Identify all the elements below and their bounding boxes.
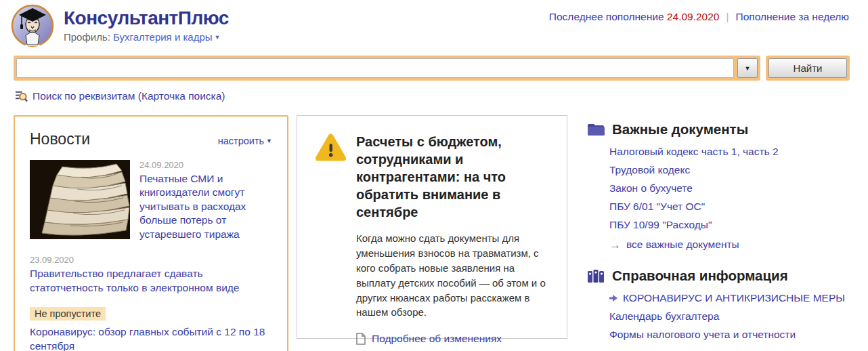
coronavirus-measures-link[interactable]: КОРОНАВИРУС И АНТИКРИЗИСНЫЕ МЕРЫ xyxy=(623,292,845,304)
right-column: Важные документы Налоговый кодекс часть … xyxy=(576,115,854,341)
news-item-text: 24.09.2020 Печатные СМИ и книгоиздатели … xyxy=(139,160,272,241)
brand-block: КонсультантПлюс Профиль: Бухгалтерия и к… xyxy=(64,4,229,43)
overview-more-row: Подробнее об изменениях xyxy=(356,333,549,345)
doc-link-labor-code[interactable]: Трудовой кодекс xyxy=(609,164,854,176)
coronavirus-measures-row: КОРОНАВИРУС И АНТИКРИЗИСНЫЕ МЕРЫ xyxy=(609,292,854,304)
important-documents-header: Важные документы xyxy=(587,121,854,138)
overview-more-link[interactable]: Подробнее об изменениях xyxy=(372,333,502,345)
news-item-link[interactable]: Печатные СМИ и книгоиздатели смогут учит… xyxy=(139,172,272,241)
last-update-link[interactable]: Последнее пополнение 24.09.2020 xyxy=(549,11,720,23)
divider: | xyxy=(726,11,729,23)
all-important-docs-row: → все важные документы xyxy=(609,239,854,251)
configure-label: настроить xyxy=(218,136,264,146)
binders-icon xyxy=(587,269,605,283)
find-button[interactable]: Найти xyxy=(768,58,847,78)
accountant-calendar-link[interactable]: Календарь бухгалтера xyxy=(609,310,854,323)
reference-info-links: КОРОНАВИРУС И АНТИКРИЗИСНЫЕ МЕРЫ Календа… xyxy=(609,292,854,341)
search-row: ▼ Найти xyxy=(14,56,850,81)
warning-icon xyxy=(315,133,347,163)
news-header: Новости настроить▼ xyxy=(30,130,272,148)
header: КонсультантПлюс Профиль: Бухгалтерия и к… xyxy=(0,0,868,47)
right-arrow-icon: → xyxy=(609,239,621,251)
brand-title[interactable]: КонсультантПлюс xyxy=(64,8,229,29)
news-item: 24.09.2020 Печатные СМИ и книгоиздатели … xyxy=(30,160,272,241)
important-documents-section: Важные документы Налоговый кодекс часть … xyxy=(587,121,854,251)
reference-info-section: Справочная информация КОРОНАВИРУС И АНТИ… xyxy=(587,268,854,341)
doc-link-pbu-6-01[interactable]: ПБУ 6/01 "Учет ОС" xyxy=(609,201,854,213)
doc-link-accounting-law[interactable]: Закон о бухучете xyxy=(609,182,854,194)
main-content: Новости настроить▼ xyxy=(14,115,854,351)
news-item: 23.09.2020 Правительство предлагает сдав… xyxy=(30,255,272,295)
all-important-docs-link[interactable]: все важные документы xyxy=(626,239,739,251)
chevron-down-icon: ▼ xyxy=(215,34,221,41)
last-update-date: 24.09.2020 xyxy=(667,11,720,22)
find-button-wrapper: Найти xyxy=(766,56,850,81)
reference-info-title: Справочная информация xyxy=(612,268,788,284)
last-update-label: Последнее пополнение xyxy=(549,11,664,22)
overview-body: Когда можно сдать документы для уменьшен… xyxy=(356,231,549,320)
dont-miss-badge: Не пропустите xyxy=(30,307,106,321)
news-card: Новости настроить▼ xyxy=(14,115,288,351)
overview-card: Расчеты с бюджетом, сотрудниками и контр… xyxy=(297,115,567,339)
update-links: Последнее пополнение 24.09.2020 | Пополн… xyxy=(549,4,849,23)
overview-title: Расчеты с бюджетом, сотрудниками и контр… xyxy=(356,133,549,221)
chevron-down-icon: ▼ xyxy=(266,138,272,144)
pointer-arrow-icon xyxy=(609,295,617,302)
important-documents-title: Важные документы xyxy=(612,121,748,138)
search-by-attributes-icon xyxy=(15,89,28,102)
weekly-update-link[interactable]: Пополнение за неделю xyxy=(736,11,850,23)
folder-icon xyxy=(587,123,605,136)
news-item-link[interactable]: Правительство предлагает сдавать статотч… xyxy=(30,267,272,295)
news-date: 23.09.2020 xyxy=(30,255,272,265)
profile-label: Профиль: xyxy=(64,31,110,43)
search-by-attributes-link[interactable]: Поиск по реквизитам (Карточка поиска) xyxy=(32,90,225,102)
news-title: Новости xyxy=(30,130,90,148)
document-icon xyxy=(356,333,366,345)
profile-row: Профиль: Бухгалтерия и кадры▼ xyxy=(64,31,229,43)
doc-link-pbu-10-99[interactable]: ПБУ 10/99 "Расходы" xyxy=(609,219,854,231)
coronavirus-digest-link[interactable]: Коронавирус: обзор главных событий с 12 … xyxy=(30,325,272,351)
profile-selector[interactable]: Бухгалтерия и кадры▼ xyxy=(113,31,220,43)
news-date: 24.09.2020 xyxy=(139,160,272,170)
attrs-search-row: Поиск по реквизитам (Карточка поиска) xyxy=(15,89,854,102)
search-field-wrapper: ▼ xyxy=(14,56,760,81)
chevron-down-icon: ▼ xyxy=(745,65,751,72)
news-configure-link[interactable]: настроить▼ xyxy=(218,136,272,146)
important-documents-links: Налоговый кодекс часть 1, часть 2 Трудов… xyxy=(609,146,854,251)
overview-header: Расчеты с бюджетом, сотрудниками и контр… xyxy=(315,133,549,221)
doc-link-tax-code[interactable]: Налоговый кодекс часть 1, часть 2 xyxy=(609,146,854,158)
profile-value: Бухгалтерия и кадры xyxy=(113,31,212,43)
newspapers-photo[interactable] xyxy=(30,160,130,239)
search-input[interactable] xyxy=(16,58,734,78)
consultantplus-logo-icon[interactable] xyxy=(11,4,54,47)
reference-info-header: Справочная информация xyxy=(587,268,854,284)
tax-forms-link[interactable]: Формы налогового учета и отчетности xyxy=(609,329,854,341)
search-history-dropdown-button[interactable]: ▼ xyxy=(737,58,758,78)
